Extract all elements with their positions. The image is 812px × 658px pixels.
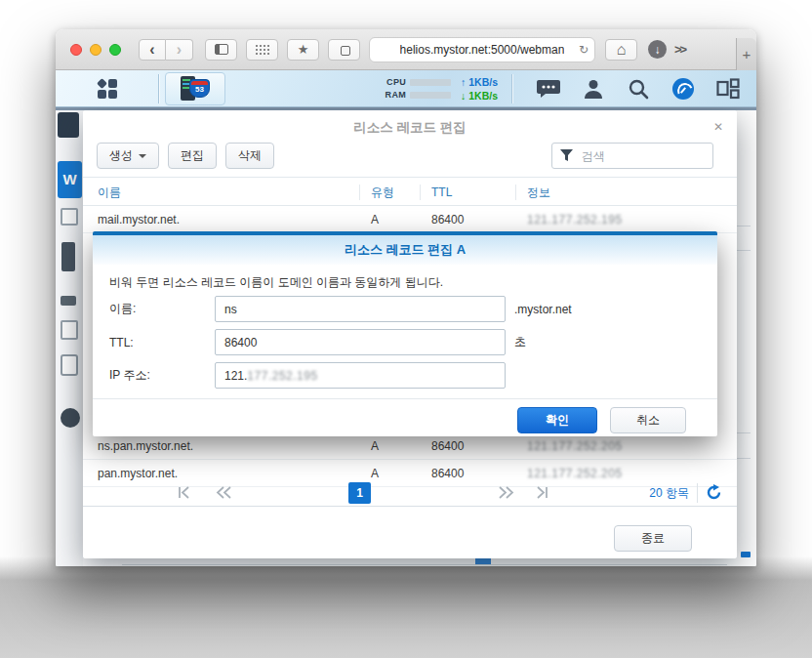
toolbar-overflow-button[interactable]: >> bbox=[674, 42, 685, 57]
upload-arrow-icon: ↑ bbox=[461, 76, 466, 88]
background-page-indicator bbox=[741, 552, 751, 557]
chat-bubble-icon bbox=[537, 79, 560, 99]
last-page-button[interactable] bbox=[534, 485, 549, 500]
download-arrow-icon: ↓ bbox=[461, 90, 466, 102]
name-field-row: 이름: .mystor.net bbox=[93, 296, 717, 322]
tab-overview-button[interactable] bbox=[328, 39, 360, 61]
taskbar-divider bbox=[511, 74, 512, 103]
background-sidebar-icon bbox=[61, 242, 75, 271]
item-count-label: 20 항목 bbox=[649, 485, 689, 502]
screenshot-root: ‹ › ★ helios.mystor.net:5000/webman ↻ ⌂ … bbox=[0, 0, 812, 658]
forward-icon: › bbox=[177, 42, 182, 58]
address-bar[interactable]: helios.mystor.net:5000/webman ↻ bbox=[369, 37, 595, 62]
next-page-button[interactable] bbox=[497, 485, 514, 500]
back-button[interactable]: ‹ bbox=[139, 39, 166, 61]
search-tray-button[interactable] bbox=[616, 70, 661, 107]
traffic-lights bbox=[70, 44, 121, 56]
column-header-type[interactable]: 유형 bbox=[359, 178, 420, 207]
delete-button[interactable]: 삭제 bbox=[225, 143, 274, 169]
resource-monitor-button[interactable] bbox=[661, 70, 706, 107]
edit-button[interactable]: 편집 bbox=[168, 143, 217, 169]
record-info: 121.177.252.205 bbox=[515, 439, 737, 453]
ram-label: RAM bbox=[383, 90, 406, 100]
favorites-button[interactable]: ★ bbox=[287, 39, 319, 61]
cpu-label: CPU bbox=[383, 77, 406, 87]
dialog-close-icon[interactable]: ✕ bbox=[713, 120, 723, 134]
exit-button[interactable]: 종료 bbox=[614, 525, 692, 552]
forward-button[interactable]: › bbox=[166, 39, 193, 61]
exit-button-label: 종료 bbox=[641, 530, 665, 547]
star-icon: ★ bbox=[298, 43, 309, 56]
name-input[interactable] bbox=[215, 296, 506, 322]
column-header-name[interactable]: 이름 bbox=[83, 178, 359, 207]
dns-shield-icon: 53 bbox=[189, 79, 210, 98]
main-menu-icon bbox=[97, 78, 118, 100]
zoom-window-button[interactable] bbox=[109, 44, 121, 56]
ip-blurred-part: 177.252.195 bbox=[247, 369, 317, 383]
reload-icon[interactable]: ↻ bbox=[579, 43, 589, 57]
background-window-bottom-edge bbox=[83, 558, 737, 566]
previous-page-button[interactable] bbox=[216, 485, 233, 500]
minimize-window-button[interactable] bbox=[90, 44, 102, 56]
table-row[interactable]: mail.mystor.net. A 86400 121.177.252.195 bbox=[83, 206, 737, 233]
gauge-icon bbox=[672, 78, 694, 100]
refresh-icon bbox=[706, 484, 722, 501]
background-app-icon bbox=[58, 112, 79, 138]
user-options-button[interactable] bbox=[571, 70, 616, 107]
background-window-left-edge: W bbox=[56, 110, 83, 566]
background-window-right-edge bbox=[737, 110, 756, 566]
close-window-button[interactable] bbox=[70, 44, 82, 56]
top-sites-button[interactable] bbox=[246, 39, 278, 61]
new-tab-button[interactable]: + bbox=[736, 38, 756, 70]
domain-suffix: .mystor.net bbox=[514, 303, 572, 316]
tabs-icon bbox=[341, 46, 350, 56]
ip-field-label: IP 주소: bbox=[109, 367, 150, 384]
chevron-down-icon bbox=[139, 154, 146, 158]
ttl-field-label: TTL: bbox=[109, 336, 134, 350]
search-box bbox=[551, 143, 713, 169]
nav-buttons: ‹ › bbox=[139, 39, 193, 61]
background-selected-item: W bbox=[58, 161, 82, 198]
refresh-button[interactable] bbox=[706, 484, 722, 501]
ttl-input[interactable] bbox=[215, 329, 506, 355]
record-ttl: 86400 bbox=[420, 213, 515, 226]
sidebar-icon bbox=[215, 44, 228, 55]
table-header: 이름 유형 TTL 정보 bbox=[83, 177, 737, 206]
main-menu-button[interactable] bbox=[56, 70, 158, 107]
widgets-icon bbox=[716, 78, 740, 100]
ok-button[interactable]: 확인 bbox=[517, 407, 597, 433]
delete-button-label: 삭제 bbox=[238, 147, 262, 164]
magnifier-icon bbox=[628, 78, 649, 100]
create-button-label: 생성 bbox=[109, 147, 133, 164]
background-sidebar-icon bbox=[61, 408, 80, 428]
home-button[interactable]: ⌂ bbox=[605, 39, 637, 61]
search-input[interactable] bbox=[551, 143, 713, 169]
edit-button-label: 편집 bbox=[181, 147, 204, 164]
ip-field-row: IP 주소: 121. 177.252.195 bbox=[93, 362, 717, 389]
downloads-button[interactable]: ↓ bbox=[648, 40, 667, 59]
ip-input[interactable]: 121. 177.252.195 bbox=[215, 362, 506, 389]
widgets-button[interactable] bbox=[706, 70, 751, 107]
background-sidebar-icon bbox=[61, 208, 78, 226]
column-header-info[interactable]: 정보 bbox=[515, 178, 737, 207]
url-text: helios.mystor.net:5000/webman bbox=[400, 43, 565, 57]
create-button[interactable]: 생성 bbox=[97, 143, 159, 169]
modal-title: 리소스 레코드 편집 A bbox=[345, 241, 466, 259]
notifications-button[interactable] bbox=[526, 70, 571, 107]
table-row[interactable]: ns.pan.mystor.net. A 86400 121.177.252.2… bbox=[83, 432, 737, 460]
record-toolbar: 생성 편집 삭제 bbox=[97, 143, 713, 169]
current-page-badge[interactable]: 1 bbox=[348, 482, 371, 504]
dns-server-app-button[interactable]: 53 bbox=[165, 72, 225, 105]
dsm-desktop: W 리소스 레코드 편집 ✕ bbox=[56, 107, 756, 566]
dialog-title: 리소스 레코드 편집 bbox=[83, 119, 737, 137]
cancel-button[interactable]: 취소 bbox=[610, 407, 686, 433]
person-icon bbox=[583, 78, 604, 100]
record-ttl: 86400 bbox=[420, 439, 515, 453]
record-type: A bbox=[359, 439, 420, 453]
record-name: ns.pan.mystor.net. bbox=[83, 439, 359, 453]
column-header-ttl[interactable]: TTL bbox=[420, 178, 515, 207]
sidebar-button[interactable] bbox=[205, 39, 237, 61]
taskbar-divider bbox=[158, 74, 159, 103]
first-page-button[interactable] bbox=[177, 485, 192, 500]
pagination-bar: 1 20 항목 bbox=[83, 479, 737, 507]
